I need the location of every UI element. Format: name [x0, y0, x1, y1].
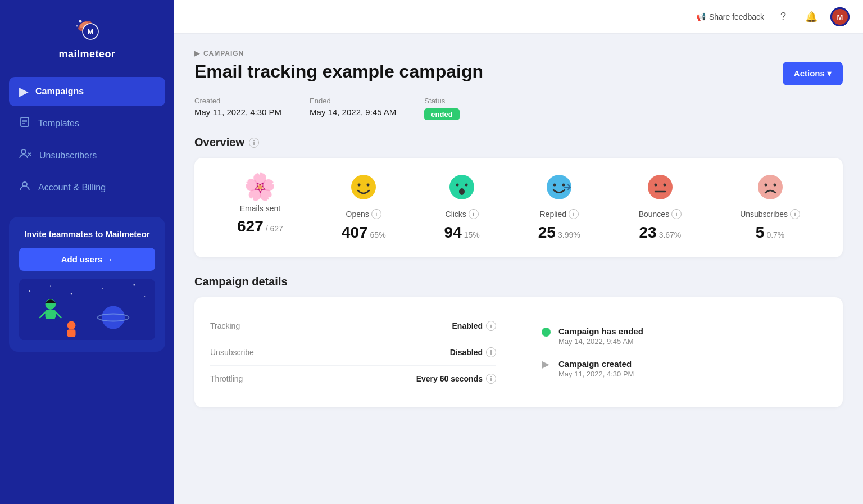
throttling-key: Throttling	[210, 374, 243, 383]
unsubscribers-icon	[19, 148, 31, 162]
timeline-ended-date: May 14, 2022, 9:45 AM	[558, 337, 643, 346]
add-users-button[interactable]: Add users →	[19, 248, 155, 271]
svg-point-19	[133, 284, 135, 286]
stat-replied: Replied i 25 3.99%	[538, 174, 580, 242]
svg-rect-24	[46, 310, 56, 319]
invite-title: Invite teammates to Mailmeteor	[19, 228, 155, 240]
svg-rect-28	[67, 329, 76, 337]
invite-illustration	[19, 279, 155, 340]
clicks-label: Clicks i	[446, 209, 479, 219]
logo-text: mailmeteor	[58, 48, 115, 60]
meta-row: Created May 11, 2022, 4:30 PM Ended May …	[194, 97, 843, 120]
overview-info-icon[interactable]: i	[249, 138, 259, 148]
timeline-dot-green	[542, 328, 551, 337]
notifications-icon[interactable]: 🔔	[802, 8, 820, 26]
opens-info-icon[interactable]: i	[371, 209, 381, 219]
replied-label: Replied i	[539, 209, 578, 219]
bounces-value: 23 3.67%	[639, 224, 681, 242]
help-icon[interactable]: ?	[774, 8, 792, 26]
svg-point-47	[764, 184, 767, 187]
overview-card: 🌸 Emails sent 627 / 627 Opens i	[194, 158, 843, 257]
breadcrumb-arrow: ▶	[194, 49, 200, 57]
overview-section-title: Overview i	[194, 136, 843, 149]
breadcrumb-text: CAMPAIGN	[203, 49, 244, 57]
page-title: Email tracking example campaign	[194, 62, 483, 81]
sidebar: M mailmeteor ▶ Campaigns Templates Unsub…	[0, 0, 174, 504]
svg-text:M: M	[837, 13, 843, 21]
svg-point-18	[102, 288, 103, 289]
sidebar-item-unsubscribers[interactable]: Unsubscribers	[9, 140, 165, 170]
details-right: Campaign has ended May 14, 2022, 9:45 AM…	[519, 313, 827, 392]
replied-info-icon[interactable]: i	[569, 209, 579, 219]
svg-point-43	[654, 184, 657, 187]
svg-point-17	[71, 293, 72, 295]
timeline-dot-arrow: ▶	[542, 358, 551, 367]
bounces-info-icon[interactable]: i	[671, 209, 682, 219]
details-left: Tracking Enabled i Unsubscribe Disabled …	[210, 313, 519, 392]
tracking-value: Enabled i	[452, 321, 496, 331]
actions-button[interactable]: Actions ▾	[783, 62, 843, 85]
svg-point-4	[79, 20, 82, 23]
created-label: Created	[194, 97, 281, 105]
created-value: May 11, 2022, 4:30 PM	[194, 107, 281, 117]
detail-tracking: Tracking Enabled i	[210, 313, 496, 339]
avatar[interactable]: M	[830, 7, 850, 26]
stat-bounces: Bounces i 23 3.67%	[639, 174, 682, 242]
topbar: 📢 Share feedback ? 🔔 M	[174, 0, 863, 34]
templates-icon	[19, 116, 30, 130]
tracking-key: Tracking	[210, 321, 240, 330]
detail-unsubscribe: Unsubscribe Disabled i	[210, 339, 496, 366]
timeline-created-date: May 11, 2022, 4:30 PM	[558, 370, 634, 378]
unsubscribe-value: Disabled i	[450, 347, 496, 357]
created-meta: Created May 11, 2022, 4:30 PM	[194, 97, 281, 120]
clicks-emoji	[448, 174, 475, 205]
unsubscribes-info-icon[interactable]: i	[790, 209, 800, 219]
replied-emoji	[546, 174, 573, 205]
opens-value: 407 65%	[342, 224, 386, 242]
svg-text:M: M	[88, 28, 94, 36]
tracking-info-icon[interactable]: i	[486, 321, 496, 331]
status-label: Status	[424, 97, 459, 105]
stat-opens: Opens i 407 65%	[342, 174, 386, 242]
logo-area: M mailmeteor	[0, 0, 174, 71]
clicks-value: 94 15%	[444, 224, 480, 242]
svg-point-20	[144, 296, 145, 297]
sidebar-item-account-billing[interactable]: Account & Billing	[9, 172, 165, 202]
svg-point-33	[358, 184, 361, 187]
unsubscribe-info-icon[interactable]: i	[486, 347, 496, 357]
ended-label: Ended	[310, 97, 396, 105]
bounces-emoji	[647, 174, 674, 205]
invite-box: Invite teammates to Mailmeteor Add users…	[9, 217, 165, 352]
timeline-text-created: Campaign created May 11, 2022, 4:30 PM	[558, 359, 634, 378]
bounces-label: Bounces i	[639, 209, 682, 219]
opens-emoji	[350, 174, 377, 205]
svg-point-21	[102, 306, 125, 329]
sidebar-item-campaigns[interactable]: ▶ Campaigns	[9, 77, 165, 106]
svg-point-16	[50, 285, 51, 287]
svg-rect-14	[19, 281, 155, 338]
throttling-info-icon[interactable]: i	[486, 374, 496, 384]
unsubscribe-key: Unsubscribe	[210, 348, 254, 357]
main-area: 📢 Share feedback ? 🔔 M ▶ CAMPAIGN Email …	[174, 0, 863, 504]
svg-point-10	[21, 149, 26, 154]
timeline-ended-title: Campaign has ended	[558, 326, 643, 336]
sidebar-item-templates-label: Templates	[38, 119, 79, 129]
feedback-button[interactable]: 📢 Share feedback	[696, 12, 764, 21]
stat-clicks: Clicks i 94 15%	[444, 174, 480, 242]
svg-point-40	[553, 184, 556, 187]
timeline-created-title: Campaign created	[558, 359, 634, 369]
svg-point-32	[351, 175, 376, 199]
timeline-item-ended: Campaign has ended May 14, 2022, 9:45 AM	[542, 326, 827, 346]
feedback-label: Share feedback	[709, 12, 764, 21]
sidebar-item-templates[interactable]: Templates	[9, 108, 165, 138]
timeline-item-created: ▶ Campaign created May 11, 2022, 4:30 PM	[542, 359, 827, 378]
detail-throttling: Throttling Every 60 seconds i	[210, 366, 496, 392]
sidebar-item-campaigns-label: Campaigns	[35, 87, 84, 97]
timeline-text-ended: Campaign has ended May 14, 2022, 9:45 AM	[558, 326, 643, 346]
clicks-info-icon[interactable]: i	[469, 209, 479, 219]
svg-point-5	[76, 25, 78, 27]
ended-meta: Ended May 14, 2022, 9:45 AM	[310, 97, 396, 120]
account-icon	[19, 180, 30, 194]
nav-list: ▶ Campaigns Templates Unsubscribers Acco…	[0, 71, 174, 208]
page-header: Email tracking example campaign Actions …	[194, 62, 843, 85]
